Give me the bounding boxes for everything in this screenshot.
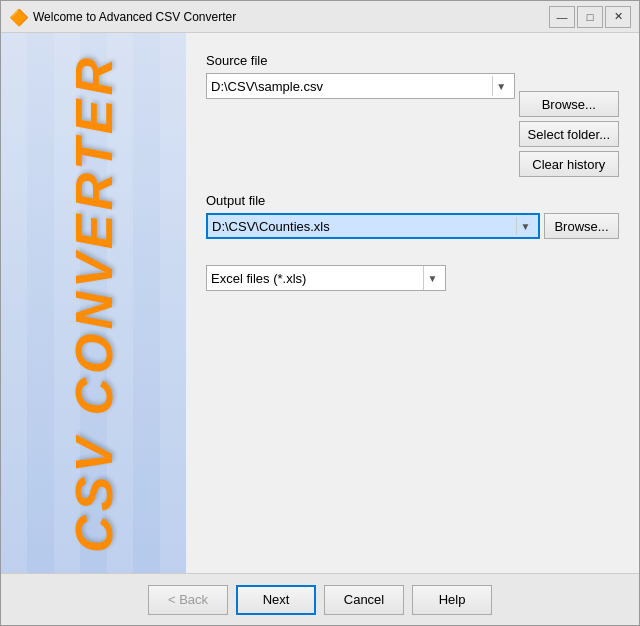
right-panel: Source file D:\CSV\sample.csv ▼ Browse..…	[186, 33, 639, 573]
file-type-group: Excel files (*.xls) ▼	[206, 255, 619, 291]
source-file-value: D:\CSV\sample.csv	[211, 79, 492, 94]
output-file-value: D:\CSV\Counties.xls	[212, 219, 516, 234]
clear-history-button[interactable]: Clear history	[519, 151, 619, 177]
output-file-label: Output file	[206, 193, 619, 208]
title-bar: 🔶 Welcome to Advanced CSV Converter — □ …	[1, 1, 639, 33]
source-file-combobox[interactable]: D:\CSV\sample.csv ▼	[206, 73, 515, 99]
app-branding-text: CSV CONVERTER	[64, 54, 124, 553]
output-combo-arrow-icon[interactable]: ▼	[516, 217, 534, 235]
minimize-button[interactable]: —	[549, 6, 575, 28]
left-panel: CSV CONVERTER	[1, 33, 186, 573]
source-input-area: D:\CSV\sample.csv ▼	[206, 73, 515, 99]
select-folder-button[interactable]: Select folder...	[519, 121, 619, 147]
close-button[interactable]: ✕	[605, 6, 631, 28]
output-input-row: D:\CSV\Counties.xls ▼ Browse...	[206, 213, 619, 239]
content-area: CSV CONVERTER Source file D:\CSV\sample.…	[1, 33, 639, 573]
file-type-arrow-icon[interactable]: ▼	[423, 266, 441, 290]
maximize-button[interactable]: □	[577, 6, 603, 28]
file-type-combobox[interactable]: Excel files (*.xls) ▼	[206, 265, 446, 291]
file-type-value: Excel files (*.xls)	[211, 271, 423, 286]
back-button[interactable]: < Back	[148, 585, 228, 615]
source-file-label: Source file	[206, 53, 619, 68]
next-button[interactable]: Next	[236, 585, 316, 615]
window-title: Welcome to Advanced CSV Converter	[33, 10, 549, 24]
output-file-combobox[interactable]: D:\CSV\Counties.xls ▼	[206, 213, 540, 239]
source-buttons: Browse... Select folder... Clear history	[519, 91, 619, 177]
help-button[interactable]: Help	[412, 585, 492, 615]
output-browse-button[interactable]: Browse...	[544, 213, 619, 239]
source-file-section: D:\CSV\sample.csv ▼ Browse... Select fol…	[206, 73, 619, 177]
source-combo-arrow-icon[interactable]: ▼	[492, 76, 510, 96]
window-controls: — □ ✕	[549, 6, 631, 28]
footer: < Back Next Cancel Help	[1, 573, 639, 625]
source-browse-button[interactable]: Browse...	[519, 91, 619, 117]
source-file-group: Source file D:\CSV\sample.csv ▼ Browse..…	[206, 53, 619, 177]
cancel-button[interactable]: Cancel	[324, 585, 404, 615]
output-file-group: Output file D:\CSV\Counties.xls ▼ Browse…	[206, 193, 619, 239]
source-input-row: D:\CSV\sample.csv ▼	[206, 73, 515, 99]
app-icon: 🔶	[9, 8, 27, 26]
main-window: 🔶 Welcome to Advanced CSV Converter — □ …	[0, 0, 640, 626]
